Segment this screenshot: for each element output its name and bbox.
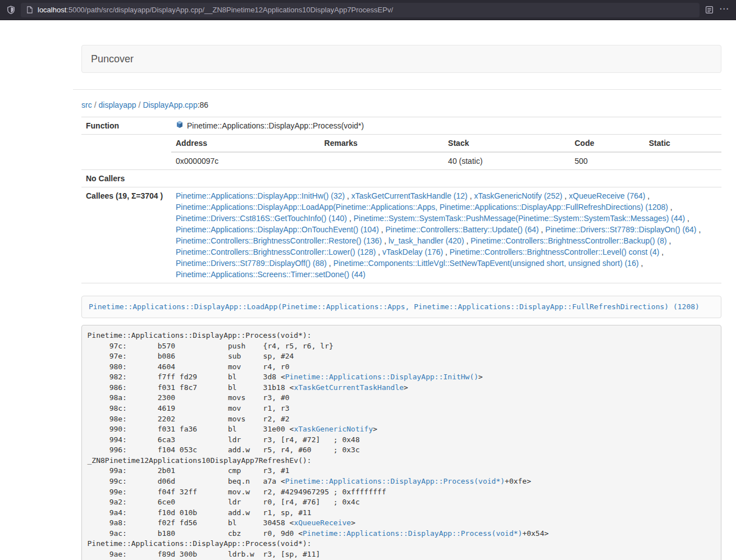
callee-link[interactable]: Pinetime::Applications::DisplayApp::OnTo… xyxy=(176,225,379,234)
callee-link[interactable]: Pinetime::Controllers::BrightnessControl… xyxy=(176,236,382,245)
brand-link[interactable]: Puncover xyxy=(82,53,143,65)
callee-link[interactable]: Pinetime::Applications::DisplayApp::Load… xyxy=(176,203,668,212)
breadcrumb-link[interactable]: DisplayApp.cpp xyxy=(143,100,197,109)
callee-link[interactable]: Pinetime::Controllers::BrightnessControl… xyxy=(450,247,659,256)
asm-symbol-link[interactable]: xQueueReceive xyxy=(294,518,351,527)
function-row: Function Pinetime::Applications::Display… xyxy=(81,117,721,135)
callee-link[interactable]: Pinetime::Drivers::Cst816S::GetTouchInfo… xyxy=(176,214,347,223)
puncover-page: Puncover src/displayapp/DisplayApp.cpp:8… xyxy=(0,20,736,560)
asm-symbol-link[interactable]: Pinetime::Applications::DisplayApp::Proc… xyxy=(285,477,505,485)
breadcrumb-separator: / xyxy=(136,100,143,109)
breadcrumb-separator: / xyxy=(92,100,99,109)
asm-symbol-link[interactable]: xTaskGetCurrentTaskHandle xyxy=(294,383,404,392)
stats-value: 500 xyxy=(570,152,644,169)
stats-value: 0x0000097c xyxy=(171,152,320,169)
no-callers-row: No Callers xyxy=(81,170,721,187)
breadcrumb-link[interactable]: src xyxy=(81,100,92,109)
page-icon xyxy=(26,6,33,13)
callee-link[interactable]: Pinetime::Controllers::Battery::Update()… xyxy=(386,225,539,234)
callee-link[interactable]: Pinetime::Controllers::BrightnessControl… xyxy=(470,236,666,245)
url-text: localhost:5000/path/src/displayapp/Displ… xyxy=(38,6,393,14)
stats-header: Remarks xyxy=(320,135,444,152)
stats-header: Stack xyxy=(444,135,570,152)
url-domain: localhost xyxy=(38,6,66,14)
asm-symbol-link[interactable]: Pinetime::Applications::DisplayApp::Init… xyxy=(285,373,478,381)
divider xyxy=(73,89,721,90)
stats-value xyxy=(644,152,721,169)
callee-link[interactable]: vTaskDelay (176) xyxy=(382,247,443,256)
no-callers-label: No Callers xyxy=(81,170,171,187)
stats-value: 40 (static) xyxy=(444,152,570,169)
callees-label: Callees (19, Σ=3704 ) xyxy=(81,187,171,283)
callee-link[interactable]: Pinetime::Drivers::St7789::DisplayOn() (… xyxy=(545,225,696,234)
callees-row: Callees (19, Σ=3704 ) Pinetime::Applicat… xyxy=(81,187,721,283)
breadcrumb-line-number: :86 xyxy=(198,100,208,109)
asm-symbol-link[interactable]: xTaskGenericNotify xyxy=(294,425,373,433)
callee-link[interactable]: lv_task_handler (420) xyxy=(388,236,464,245)
snippet-loadapp-link[interactable]: Pinetime::Applications::DisplayApp::Load… xyxy=(89,302,700,311)
breadcrumb: src/displayapp/DisplayApp.cpp:86 xyxy=(81,100,721,109)
method-cube-icon xyxy=(176,120,184,131)
function-label: Function xyxy=(81,117,171,135)
disassembly-block: Pinetime::Applications::DisplayApp::Proc… xyxy=(81,325,721,560)
stats-header: Address xyxy=(171,135,320,152)
overflow-menu-icon[interactable]: ⋯ xyxy=(719,4,729,16)
callee-link[interactable]: Pinetime::System::SystemTask::PushMessag… xyxy=(354,214,685,223)
stats-row: AddressRemarksStackCodeStatic0x0000097c4… xyxy=(81,135,721,170)
url-bar[interactable]: localhost:5000/path/src/displayapp/Displ… xyxy=(21,3,700,17)
stats-value xyxy=(320,152,444,169)
callee-link[interactable]: xTaskGetCurrentTaskHandle (12) xyxy=(351,191,468,200)
stats-table: AddressRemarksStackCodeStatic0x0000097c4… xyxy=(171,135,721,169)
symbol-snippet: Pinetime::Applications::DisplayApp::Load… xyxy=(81,296,721,318)
breadcrumb-link[interactable]: displayapp xyxy=(99,100,136,109)
asm-symbol-link[interactable]: Pinetime::Applications::DisplayApp::Proc… xyxy=(303,529,522,538)
navbar: Puncover xyxy=(81,45,721,73)
callee-link[interactable]: Pinetime::Components::LittleVgl::SetNewT… xyxy=(333,259,639,268)
url-path: :5000/path/src/displayapp/DisplayApp.cpp… xyxy=(66,6,393,14)
callee-link[interactable]: Pinetime::Drivers::St7789::DisplayOff() … xyxy=(176,259,327,268)
callee-link[interactable]: Pinetime::Applications::DisplayApp::Init… xyxy=(176,191,345,200)
browser-chrome: localhost:5000/path/src/displayapp/Displ… xyxy=(0,0,736,20)
callee-link[interactable]: Pinetime::Applications::Screens::Timer::… xyxy=(176,270,365,279)
callees-list: Pinetime::Applications::DisplayApp::Init… xyxy=(171,187,721,283)
reader-mode-icon[interactable] xyxy=(705,6,714,14)
callee-link[interactable]: xQueueReceive (764) xyxy=(569,191,645,200)
function-table: Function Pinetime::Applications::Display… xyxy=(81,117,721,283)
callee-link[interactable]: xTaskGenericNotify (252) xyxy=(474,191,562,200)
function-name: Pinetime::Applications::DisplayApp::Proc… xyxy=(187,120,364,131)
shield-icon[interactable] xyxy=(7,6,15,14)
callee-link[interactable]: Pinetime::Controllers::BrightnessControl… xyxy=(176,247,376,256)
stats-header: Code xyxy=(570,135,644,152)
stats-header: Static xyxy=(644,135,721,152)
